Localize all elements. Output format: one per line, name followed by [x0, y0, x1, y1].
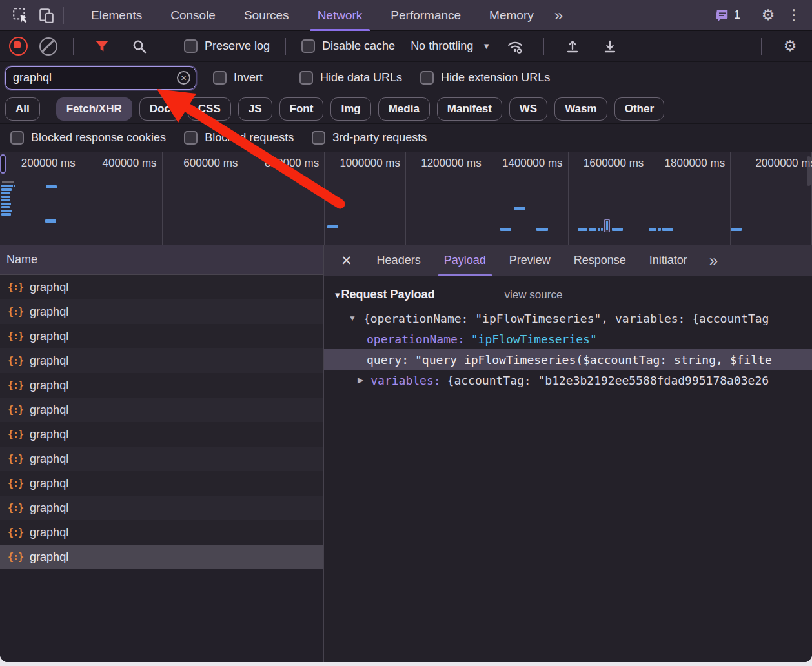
tab-memory[interactable]: Memory: [475, 0, 548, 31]
type-chip-other[interactable]: Other: [614, 97, 664, 121]
network-settings-gear-icon[interactable]: ⚙: [777, 34, 803, 59]
invert-checkbox[interactable]: Invert: [213, 71, 263, 85]
type-chip-js[interactable]: JS: [238, 97, 272, 121]
more-panels-icon[interactable]: »: [548, 6, 568, 25]
tab-initiator[interactable]: Initiator: [638, 245, 699, 276]
payload-preview-row[interactable]: ▼ {operationName: "ipFlowTimeseries", va…: [324, 308, 812, 328]
tab-preview[interactable]: Preview: [498, 245, 562, 276]
tab-sources[interactable]: Sources: [230, 0, 303, 31]
tab-headers[interactable]: Headers: [365, 245, 432, 276]
checkbox-icon: [184, 39, 198, 53]
search-icon[interactable]: [127, 34, 152, 59]
request-type-filters: All Fetch/XHR Doc CSS JS Font Img Media …: [0, 94, 812, 124]
settings-gear-icon[interactable]: ⚙: [755, 3, 781, 28]
cursor-ibeam: [604, 219, 610, 232]
view-source-link[interactable]: view source: [505, 288, 563, 301]
table-row[interactable]: {:}graphql: [0, 348, 323, 373]
close-icon[interactable]: ✕: [336, 253, 358, 268]
payload-key: variables:: [370, 374, 440, 387]
request-bar: [662, 228, 673, 231]
type-chip-ws[interactable]: WS: [509, 97, 547, 121]
tab-network[interactable]: Network: [303, 0, 377, 31]
filter-input[interactable]: graphql ✕: [5, 66, 196, 90]
table-row[interactable]: {:}graphql: [0, 447, 323, 471]
table-row[interactable]: {:}graphql: [0, 422, 323, 447]
request-bar: [14, 185, 15, 187]
request-bar: [1, 213, 11, 216]
inspect-element-icon[interactable]: [8, 3, 34, 28]
type-chip-doc[interactable]: Doc: [139, 97, 181, 121]
network-overview-timeline[interactable]: 200000 ms 400000 ms 600000 ms 800000 ms …: [0, 152, 812, 245]
table-row[interactable]: {:}graphql: [0, 275, 323, 299]
request-payload-header[interactable]: ▾ Request Payload view source: [335, 288, 812, 301]
devtools-window: Elements Console Sources Network Perform…: [0, 0, 812, 662]
payload-row-variables[interactable]: ▶ variables: {accountTag: "b12e3b2192ee5…: [324, 370, 812, 390]
table-row[interactable]: {:}graphql: [0, 398, 323, 422]
tab-payload[interactable]: Payload: [432, 245, 498, 276]
blocked-requests-checkbox[interactable]: Blocked requests: [184, 131, 294, 145]
issues-button[interactable]: 1: [709, 8, 747, 23]
preserve-log-checkbox[interactable]: Preserve log: [184, 39, 270, 53]
timeline-tick: 200000 ms: [21, 157, 76, 169]
request-bar: [1, 185, 13, 187]
payload-row-query[interactable]: query: "query ipFlowTimeseries($accountT…: [324, 349, 812, 370]
divider: [63, 7, 64, 24]
throttling-value: No throttling: [411, 39, 473, 53]
blocked-cookies-checkbox[interactable]: Blocked response cookies: [10, 131, 166, 145]
hide-extension-urls-checkbox[interactable]: Hide extension URLs: [420, 71, 550, 85]
export-har-icon[interactable]: [597, 34, 623, 59]
type-chip-all[interactable]: All: [5, 97, 40, 121]
table-row[interactable]: {:}graphql: [0, 520, 323, 545]
device-toolbar-icon[interactable]: [34, 3, 59, 28]
tab-performance[interactable]: Performance: [376, 0, 475, 31]
request-name: graphql: [30, 379, 68, 392]
import-har-icon[interactable]: [560, 34, 585, 59]
type-chip-font[interactable]: Font: [279, 97, 324, 121]
request-bar: [598, 228, 600, 231]
expand-triangle-icon[interactable]: ▼: [349, 314, 356, 323]
kebab-menu-icon[interactable]: ⋮: [781, 3, 807, 28]
more-tabs-icon[interactable]: »: [703, 252, 723, 270]
timeline-tick: 1800000 ms: [665, 157, 726, 169]
table-row[interactable]: {:}graphql: [0, 373, 323, 398]
network-conditions-icon[interactable]: [502, 34, 528, 59]
expand-triangle-icon[interactable]: ▶: [358, 376, 363, 385]
payload-preview-text: {operationName: "ipFlowTimeseries", vari…: [363, 312, 769, 325]
clear-log-button[interactable]: [39, 37, 57, 56]
type-chip-wasm[interactable]: Wasm: [554, 97, 607, 121]
table-row[interactable]: {:}graphql: [0, 299, 323, 324]
name-column-header[interactable]: Name: [0, 245, 323, 275]
table-row[interactable]: {:}graphql: [0, 471, 323, 496]
type-chip-media[interactable]: Media: [378, 97, 430, 121]
payload-row-operation-name[interactable]: operationName: "ipFlowTimeseries": [324, 328, 812, 349]
overview-scrollbar[interactable]: [807, 156, 811, 186]
type-chip-img[interactable]: Img: [330, 97, 370, 121]
type-chip-css[interactable]: CSS: [188, 97, 231, 121]
record-button[interactable]: [9, 37, 28, 56]
payload-value: {accountTag: "b12e3b2192ee5588fdad995178…: [447, 374, 769, 387]
request-bar: [1, 192, 10, 194]
type-chip-manifest[interactable]: Manifest: [437, 97, 502, 121]
request-bar: [500, 228, 511, 231]
table-row[interactable]: {:}graphql: [0, 496, 323, 520]
overview-resize-handle[interactable]: [0, 154, 6, 174]
json-braces-icon: {:}: [8, 379, 23, 391]
json-braces-icon: {:}: [8, 429, 23, 440]
filter-funnel-icon[interactable]: [89, 34, 115, 59]
table-row-selected[interactable]: {:}graphql: [0, 545, 323, 569]
disable-cache-checkbox[interactable]: Disable cache: [301, 39, 395, 53]
tab-elements[interactable]: Elements: [77, 0, 156, 31]
tab-response[interactable]: Response: [562, 245, 638, 276]
timeline-tick: 1200000 ms: [421, 157, 482, 169]
chevron-down-icon: ▼: [482, 41, 491, 51]
third-party-requests-checkbox[interactable]: 3rd-party requests: [312, 131, 427, 145]
checkbox-icon: [10, 131, 24, 145]
table-row[interactable]: {:}graphql: [0, 324, 323, 348]
hide-data-urls-checkbox[interactable]: Hide data URLs: [299, 71, 402, 85]
throttling-dropdown[interactable]: No throttling ▼: [411, 39, 491, 53]
timeline-tick: 1400000 ms: [502, 157, 563, 169]
tab-console[interactable]: Console: [156, 0, 230, 31]
request-bar: [612, 228, 623, 231]
clear-filter-icon[interactable]: ✕: [177, 71, 190, 85]
type-chip-fetch-xhr[interactable]: Fetch/XHR: [56, 97, 132, 121]
